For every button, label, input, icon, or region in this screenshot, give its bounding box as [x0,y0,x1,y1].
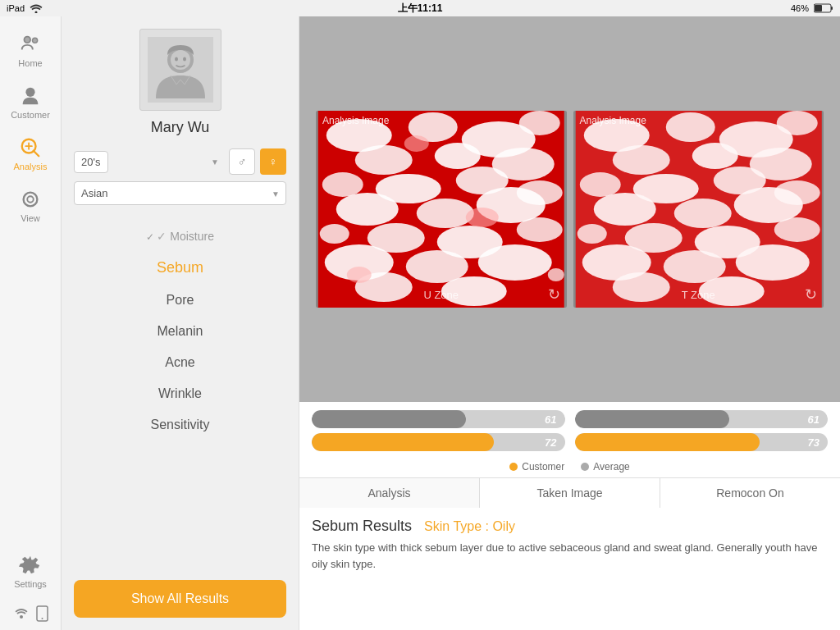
left-gray-bar: 61 [312,410,565,428]
svg-point-0 [35,11,38,13]
svg-point-46 [548,268,564,281]
left-gray-value: 61 [545,413,556,426]
left-zone-label: U Zone [423,289,459,301]
customer-icon [19,84,42,107]
analysis-item-wrinkle[interactable]: Wrinkle [74,378,286,409]
average-legend: Average [581,461,629,472]
avatar [148,37,213,103]
right-refresh-icon[interactable]: ↻ [805,285,817,304]
left-refresh-icon[interactable]: ↻ [548,285,560,304]
svg-point-37 [417,199,474,228]
progress-section: 61 61 72 [299,402,840,477]
tab-taken-image[interactable]: Taken Image [480,478,660,508]
age-row: 20's 30's 40's ▼ ♂ ♀ [74,148,286,175]
customer-name: Mary Wu [151,119,210,136]
results-description: The skin type with thick sebum layer due… [312,540,828,572]
average-legend-label: Average [593,461,629,472]
right-analysis-image: Analysis Image T Zone ↻ [573,111,824,308]
orange-progress-row: 72 73 [312,433,828,451]
sidebar-item-home[interactable]: Home [0,25,61,76]
svg-point-51 [347,267,372,283]
settings-icon [19,554,42,577]
left-panel: Mary Wu 20's 30's 40's ▼ ♂ ♀ Asian Cauca… [62,16,299,630]
sidebar-item-settings[interactable]: Settings [0,546,61,597]
sidebar-item-analysis[interactable]: Analysis [0,128,61,180]
wifi-icon [30,4,43,13]
left-orange-bar: 72 [312,433,565,451]
left-orange-value: 72 [545,436,556,449]
view-icon [19,188,42,211]
left-orange-fill: 72 [312,433,494,451]
tab-remocon-on[interactable]: Remocon On [660,478,840,508]
skin-type-value: Skin Type : Oily [424,519,515,533]
right-skin-visualization [573,111,824,308]
image-area: Analysis Image U Zone ↻ [299,16,840,402]
device-icon [36,605,48,622]
svg-point-36 [336,193,399,226]
results-section: Sebum Results Skin Type : Oily The skin … [299,508,840,630]
app-container: Home Customer Analysis View [0,16,840,630]
svg-point-29 [355,145,413,175]
svg-point-49 [404,135,429,152]
right-orange-bar: 73 [575,433,829,451]
clock: 上午11:11 [398,2,443,16]
analysis-item-sensitivity[interactable]: Sensitivity [74,409,286,441]
right-gray-bar: 61 [575,410,829,428]
svg-point-44 [406,250,468,283]
analysis-item-moisture[interactable]: ✓ Moisture [74,221,286,251]
show-all-results-button[interactable]: Show All Results [74,580,286,618]
analysis-icon [19,136,42,159]
svg-point-30 [435,143,481,169]
analysis-item-pore[interactable]: Pore [74,285,286,316]
customer-legend-label: Customer [522,461,564,472]
svg-point-23 [183,57,186,62]
tab-bar: Analysis Taken Image Remocon On [299,477,840,508]
analysis-menu: ✓ Moisture Sebum Pore Melanin Acne Wrink… [74,221,286,441]
svg-point-16 [20,615,23,619]
left-gray-fill: 61 [312,410,466,428]
customer-label: Customer [11,110,50,120]
tab-analysis[interactable]: Analysis [299,478,480,508]
left-analysis-image: Analysis Image U Zone ↻ [316,111,567,308]
age-select[interactable]: 20's 30's 40's [74,151,108,173]
left-image-label: Analysis Image [322,115,389,126]
settings-label: Settings [14,579,47,589]
gray-progress-row: 61 61 [312,410,828,428]
svg-point-8 [25,88,34,97]
home-icon [19,33,42,56]
svg-rect-2 [831,7,833,10]
ethnicity-row: Asian Caucasian African ▼ [74,181,286,205]
gender-male-icon[interactable]: ♂ [229,148,255,175]
right-gray-fill: 61 [575,410,729,428]
analysis-item-melanin[interactable]: Melanin [74,316,286,347]
sidebar: Home Customer Analysis View [0,16,62,630]
customer-dot [509,463,518,471]
results-title: Sebum Results Skin Type : Oily [312,518,828,535]
ethnicity-select[interactable]: Asian Caucasian African [74,181,286,205]
svg-point-7 [33,39,37,43]
svg-point-32 [322,172,363,197]
gender-female-icon[interactable]: ♀ [260,148,286,175]
analysis-item-sebum[interactable]: Sebum [74,251,286,285]
svg-point-22 [175,57,178,62]
right-orange-fill: 73 [575,433,760,451]
battery-icon [814,3,833,13]
svg-point-14 [27,196,33,202]
average-dot [581,463,589,471]
svg-rect-76 [575,111,821,308]
main-content: Analysis Image U Zone ↻ [299,16,840,630]
legend: Customer Average [312,456,828,477]
skin-type-label [416,518,420,534]
right-image-label: Analysis Image [580,115,646,126]
ipad-label: iPad [7,3,25,13]
right-orange-value: 73 [808,436,819,449]
sidebar-item-view[interactable]: View [0,180,61,231]
sidebar-item-customer[interactable]: Customer [0,76,61,128]
analysis-label: Analysis [14,162,48,171]
results-title-text: Sebum Results [312,518,412,534]
right-gray-value: 61 [808,413,819,426]
analysis-item-acne[interactable]: Acne [74,347,286,378]
images-row: Analysis Image U Zone ↻ [316,111,824,308]
svg-point-5 [25,38,30,43]
wifi-small-icon [13,608,30,620]
